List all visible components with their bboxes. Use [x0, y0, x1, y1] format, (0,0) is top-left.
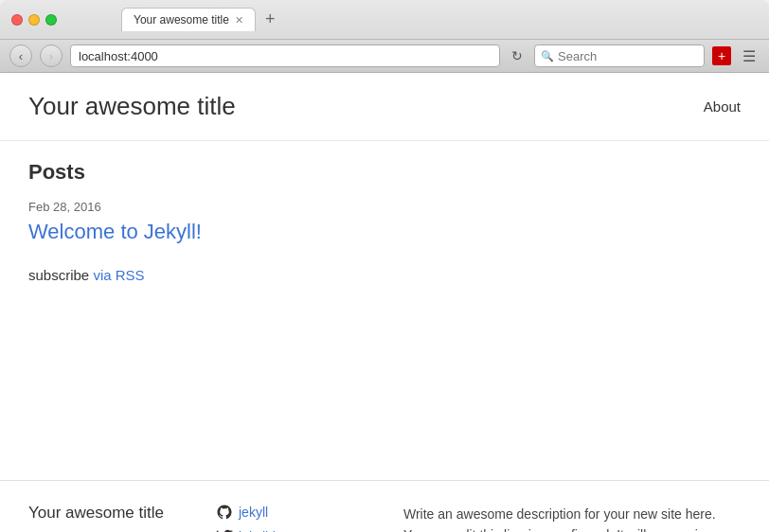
reload-button[interactable]: ↻	[508, 46, 527, 65]
active-tab[interactable]: Your awesome title ✕	[121, 8, 256, 31]
tab-bar: Your awesome title ✕ +	[121, 8, 280, 31]
address-bar: ‹ › ↻ 🔍 + ☰	[0, 39, 769, 72]
site-footer: Your awesome title Your awesome title yo…	[0, 480, 769, 532]
new-tab-button[interactable]: +	[259, 8, 281, 31]
github-label: jekyll	[239, 505, 268, 520]
search-input[interactable]	[558, 49, 690, 63]
footer-info-col: Your awesome title Your awesome title yo…	[28, 504, 197, 532]
post-date: Feb 28, 2016	[28, 200, 741, 214]
search-icon: 🔍	[541, 50, 554, 62]
tab-title: Your awesome title	[134, 13, 229, 27]
footer-description-col: Write an awesome description for your ne…	[403, 504, 741, 532]
posts-heading: Posts	[28, 160, 741, 185]
subscribe-text: subscribe	[28, 267, 89, 283]
title-bar: Your awesome title ✕ +	[0, 0, 769, 39]
forward-button[interactable]: ›	[40, 44, 63, 67]
browser-search-bar[interactable]: 🔍	[534, 44, 705, 67]
twitter-link[interactable]: jekyllrb	[216, 528, 384, 532]
traffic-lights	[11, 14, 57, 26]
about-nav-link[interactable]: About	[704, 98, 741, 115]
back-button[interactable]: ‹	[9, 44, 32, 67]
github-icon	[216, 504, 233, 521]
url-input[interactable]	[70, 44, 500, 67]
twitter-icon	[216, 528, 233, 532]
subscribe-section: subscribe via RSS	[28, 267, 741, 283]
github-link[interactable]: jekyll	[216, 504, 384, 521]
site-header: Your awesome title About	[0, 73, 769, 141]
page-content: Your awesome title About Posts Feb 28, 2…	[0, 73, 769, 480]
browser-chrome: Your awesome title ✕ + ‹ › ↻ 🔍 + ☰	[0, 0, 769, 73]
site-title: Your awesome title	[28, 92, 236, 121]
main-content: Posts Feb 28, 2016 Welcome to Jekyll! su…	[0, 141, 769, 302]
post-title-link[interactable]: Welcome to Jekyll!	[28, 220, 202, 243]
close-button[interactable]	[11, 14, 23, 26]
post-item: Feb 28, 2016 Welcome to Jekyll!	[28, 200, 741, 244]
maximize-button[interactable]	[45, 14, 57, 26]
footer-site-title: Your awesome title	[28, 504, 197, 523]
footer-social-col: jekyll jekyllrb	[216, 504, 384, 532]
menu-button[interactable]: ☰	[739, 45, 760, 67]
tab-close-icon[interactable]: ✕	[235, 14, 243, 27]
bookmark-plus-button[interactable]: +	[712, 46, 731, 65]
footer-description: Write an awesome description for your ne…	[403, 504, 741, 532]
site-nav: About	[704, 98, 741, 115]
minimize-button[interactable]	[28, 14, 40, 26]
rss-link[interactable]: via RSS	[93, 267, 144, 283]
